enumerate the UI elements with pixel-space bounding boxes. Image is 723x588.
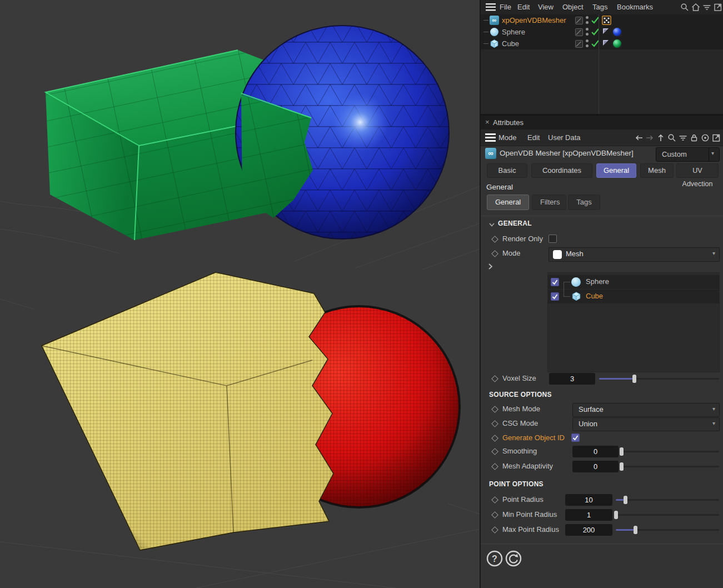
target-icon[interactable]	[701, 133, 710, 142]
tab-uv-advection[interactable]: UV Advection	[676, 163, 719, 178]
om-menu-bookmarks[interactable]: Bookmarks	[617, 3, 653, 11]
up-icon[interactable]	[656, 133, 665, 142]
keyframe-diamond-icon[interactable]	[491, 420, 498, 427]
point-radius-field[interactable]: 10	[565, 494, 612, 506]
hamburger-menu-icon[interactable]	[485, 133, 496, 142]
lock-icon[interactable]	[690, 133, 699, 142]
visibility-dots-icon[interactable]	[586, 28, 589, 36]
om-menu-tags[interactable]: Tags	[592, 3, 607, 11]
generate-object-id-checkbox[interactable]	[571, 433, 580, 442]
home-icon[interactable]	[691, 3, 700, 12]
subtab-general[interactable]: General	[487, 195, 529, 210]
phong-tag[interactable]	[602, 39, 610, 47]
reset-icon[interactable]	[505, 550, 522, 567]
enabled-check-icon[interactable]	[591, 28, 599, 36]
keyframe-diamond-icon[interactable]	[491, 448, 498, 455]
list-item-label[interactable]: Sphere	[586, 277, 609, 286]
layer-toggle-icon[interactable]	[575, 40, 583, 48]
sphere-checkbox[interactable]	[551, 278, 559, 286]
tab-coordinates[interactable]: Coordinates	[531, 163, 592, 178]
layer-toggle-icon[interactable]	[575, 28, 583, 36]
preset-dropdown[interactable]: Custom ▾	[656, 147, 720, 162]
search-icon[interactable]	[680, 3, 689, 12]
xparticles-display-tag[interactable]	[602, 16, 611, 25]
object-row-cube[interactable]: Cube	[481, 38, 723, 49]
keyframe-diamond-icon[interactable]	[491, 511, 498, 519]
open-panel-icon[interactable]	[712, 133, 721, 142]
voxel-size-slider[interactable]	[599, 373, 719, 383]
list-item-label[interactable]: Cube	[586, 292, 603, 300]
list-item-sphere[interactable]: Sphere	[548, 275, 719, 289]
help-icon[interactable]: ?	[486, 550, 503, 567]
mode-dropdown[interactable]: Mesh ▾	[549, 247, 720, 262]
open-panel-icon[interactable]	[714, 3, 722, 12]
phong-tag[interactable]	[602, 27, 610, 35]
render-only-checkbox[interactable]	[549, 235, 557, 243]
mesh-mode-dropdown[interactable]: Surface ▾	[572, 403, 720, 417]
min-point-radius-slider[interactable]	[616, 510, 719, 520]
search-icon[interactable]	[667, 133, 676, 142]
visibility-dots-icon[interactable]	[586, 39, 589, 48]
mesh-adaptivity-slider[interactable]	[621, 461, 719, 471]
attr-menu-mode[interactable]: Mode	[498, 133, 517, 142]
preset-dropdown-arrow[interactable]: ▾	[709, 148, 719, 161]
svg-text:?: ?	[492, 554, 497, 564]
filter-icon[interactable]	[679, 133, 687, 142]
filter-icon[interactable]	[702, 3, 711, 12]
list-item-cube[interactable]: Cube	[548, 290, 719, 303]
layer-toggle-icon[interactable]	[575, 17, 583, 24]
max-point-radius-field[interactable]: 200	[565, 524, 612, 536]
voxel-size-field[interactable]: 3	[549, 373, 595, 385]
material-thumbnail-blue[interactable]	[612, 27, 622, 37]
smoothing-slider[interactable]	[621, 446, 719, 456]
csg-mode-dropdown[interactable]: Union ▾	[572, 417, 720, 431]
tab-basic[interactable]: Basic	[487, 163, 527, 178]
keyframe-diamond-icon[interactable]	[491, 250, 498, 257]
object-name[interactable]: Sphere	[502, 28, 525, 36]
keyframe-diamond-icon[interactable]	[491, 236, 498, 243]
subtab-filters[interactable]: Filters	[532, 195, 566, 210]
object-row-sphere[interactable]: Sphere	[481, 26, 723, 38]
smoothing-field[interactable]: 0	[572, 446, 619, 457]
forward-icon[interactable]	[645, 133, 654, 142]
subtab-tags[interactable]: Tags	[568, 195, 600, 210]
om-menu-view[interactable]: View	[538, 3, 554, 11]
enabled-check-icon[interactable]	[591, 39, 599, 47]
tab-mesh[interactable]: Mesh	[640, 163, 674, 178]
max-point-radius-slider[interactable]	[616, 525, 719, 535]
keyframe-diamond-icon[interactable]	[491, 526, 498, 534]
chevron-down-icon[interactable]	[489, 223, 495, 227]
keyframe-diamond-icon[interactable]	[491, 435, 498, 442]
object-manager-empty-area[interactable]	[481, 49, 723, 114]
om-menu-edit[interactable]: Edit	[517, 3, 530, 11]
om-menu-file[interactable]: File	[500, 3, 511, 11]
openvdb-mesher-icon: ∞	[490, 16, 499, 25]
object-row-xpopenvdbmesher[interactable]: ∞ xpOpenVDBMesher	[481, 14, 723, 26]
keyframe-diamond-icon[interactable]	[491, 375, 498, 382]
back-icon[interactable]	[635, 133, 644, 142]
tab-general[interactable]: General	[596, 163, 636, 178]
source-objects-list[interactable]: Sphere Cube	[547, 272, 720, 372]
material-thumbnail-green[interactable]	[612, 39, 622, 48]
visibility-dots-icon[interactable]	[586, 16, 589, 24]
enabled-check-icon[interactable]	[591, 16, 599, 24]
cube-checkbox[interactable]	[551, 292, 559, 301]
chevron-down-icon: ▾	[712, 406, 715, 412]
min-point-radius-field[interactable]: 1	[565, 509, 612, 521]
om-menu-object[interactable]: Object	[562, 3, 584, 11]
keyframe-diamond-icon[interactable]	[491, 463, 498, 470]
object-name[interactable]: xpOpenVDBMesher	[502, 16, 566, 24]
keyframe-diamond-icon[interactable]	[491, 496, 498, 504]
close-icon[interactable]: ×	[485, 118, 490, 126]
group-header-general[interactable]: GENERAL	[498, 220, 532, 227]
hamburger-menu-icon[interactable]	[486, 3, 496, 11]
object-manager-menubar: File Edit View Object Tags Bookmarks	[481, 0, 723, 15]
viewport-3d[interactable]	[0, 0, 480, 588]
point-radius-slider[interactable]	[616, 495, 719, 505]
expander-chevron-icon[interactable]	[488, 263, 493, 270]
keyframe-diamond-icon[interactable]	[491, 406, 498, 413]
attr-menu-user-data[interactable]: User Data	[548, 133, 581, 142]
object-name[interactable]: Cube	[502, 39, 519, 48]
mesh-adaptivity-field[interactable]: 0	[572, 461, 619, 472]
attr-menu-edit[interactable]: Edit	[527, 133, 540, 142]
